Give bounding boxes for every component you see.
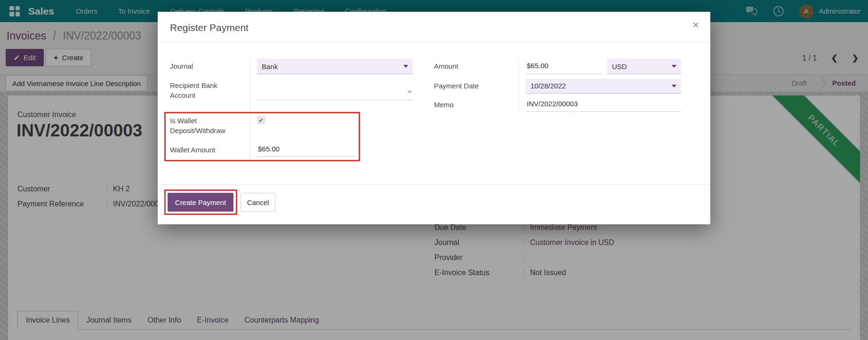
modal-footer-divider bbox=[158, 184, 710, 185]
modal-journal-label: Journal bbox=[170, 61, 193, 71]
memo-input[interactable]: INV/2022/00003 bbox=[526, 97, 681, 112]
caret-down-icon bbox=[403, 65, 408, 68]
amount-input[interactable]: $65.00 bbox=[526, 59, 603, 74]
currency-value: USD bbox=[612, 63, 627, 71]
amount-value: $65.00 bbox=[527, 62, 548, 70]
modal-title: Register Payment bbox=[170, 22, 249, 33]
currency-select[interactable]: USD bbox=[607, 59, 681, 74]
payment-date-value: 10/28/2022 bbox=[530, 82, 566, 90]
close-icon[interactable]: × bbox=[692, 19, 699, 31]
payment-date-select[interactable]: 10/28/2022 bbox=[526, 79, 681, 94]
modal-recipient-input[interactable] bbox=[257, 86, 413, 100]
create-payment-button[interactable]: Create Payment bbox=[168, 193, 233, 212]
modal-memo-label: Memo bbox=[434, 100, 454, 110]
caret-down-icon bbox=[672, 85, 676, 87]
wallet-amount-input[interactable]: $65.00 bbox=[257, 143, 356, 157]
modal-journal-select[interactable]: Bank bbox=[257, 59, 413, 74]
modal-is-wallet-label: Is Wallet Deposit/Withdraw bbox=[170, 116, 245, 135]
is-wallet-checkbox[interactable]: ✔ bbox=[257, 116, 265, 124]
wallet-amount-value: $65.00 bbox=[258, 145, 280, 153]
memo-value: INV/2022/00003 bbox=[527, 100, 578, 108]
modal-journal-value: Bank bbox=[262, 63, 278, 71]
modal-amount-label: Amount bbox=[434, 61, 458, 71]
caret-down-icon bbox=[407, 91, 412, 94]
caret-down-icon bbox=[672, 65, 676, 68]
modal-payment-date-label: Payment Date bbox=[434, 81, 479, 91]
modal-header: Register Payment × bbox=[158, 12, 710, 42]
modal-recipient-label: Recipient Bank Account bbox=[170, 80, 241, 100]
cancel-button[interactable]: Cancel bbox=[241, 193, 275, 212]
modal-wallet-amount-label: Wallet Amount bbox=[170, 145, 215, 155]
register-payment-modal: Register Payment × Journal Bank Recipien… bbox=[158, 12, 710, 224]
